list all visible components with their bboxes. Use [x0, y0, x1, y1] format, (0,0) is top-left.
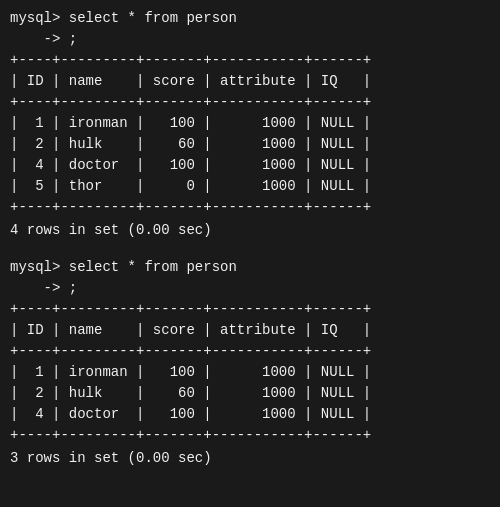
table-separator-mid: +----+---------+-------+-----------+----…	[10, 341, 490, 362]
continuation-line: -> ;	[10, 29, 490, 50]
table-row: | 1 | ironman | 100 | 1000 | NULL |	[10, 362, 490, 383]
prompt-line: mysql> select * from person	[10, 8, 490, 29]
terminal-window: mysql> select * from person -> ;+----+--…	[10, 8, 490, 469]
table-separator-top: +----+---------+-------+-----------+----…	[10, 299, 490, 320]
table-header: | ID | name | score | attribute | IQ |	[10, 320, 490, 341]
table-row: | 4 | doctor | 100 | 1000 | NULL |	[10, 155, 490, 176]
table-separator-bot: +----+---------+-------+-----------+----…	[10, 425, 490, 446]
table-row: | 2 | hulk | 60 | 1000 | NULL |	[10, 134, 490, 155]
table-separator-mid: +----+---------+-------+-----------+----…	[10, 92, 490, 113]
result-line: 4 rows in set (0.00 sec)	[10, 220, 490, 241]
terminal-block-2: mysql> select * from person -> ;+----+--…	[10, 257, 490, 469]
result-line: 3 rows in set (0.00 sec)	[10, 448, 490, 469]
table-container: +----+---------+-------+-----------+----…	[10, 50, 490, 218]
prompt-line: mysql> select * from person	[10, 257, 490, 278]
table-row: | 2 | hulk | 60 | 1000 | NULL |	[10, 383, 490, 404]
table-container: +----+---------+-------+-----------+----…	[10, 299, 490, 446]
table-row: | 5 | thor | 0 | 1000 | NULL |	[10, 176, 490, 197]
table-header: | ID | name | score | attribute | IQ |	[10, 71, 490, 92]
table-separator-bot: +----+---------+-------+-----------+----…	[10, 197, 490, 218]
table-row: | 4 | doctor | 100 | 1000 | NULL |	[10, 404, 490, 425]
table-row: | 1 | ironman | 100 | 1000 | NULL |	[10, 113, 490, 134]
continuation-line: -> ;	[10, 278, 490, 299]
table-separator-top: +----+---------+-------+-----------+----…	[10, 50, 490, 71]
terminal-block-1: mysql> select * from person -> ;+----+--…	[10, 8, 490, 241]
